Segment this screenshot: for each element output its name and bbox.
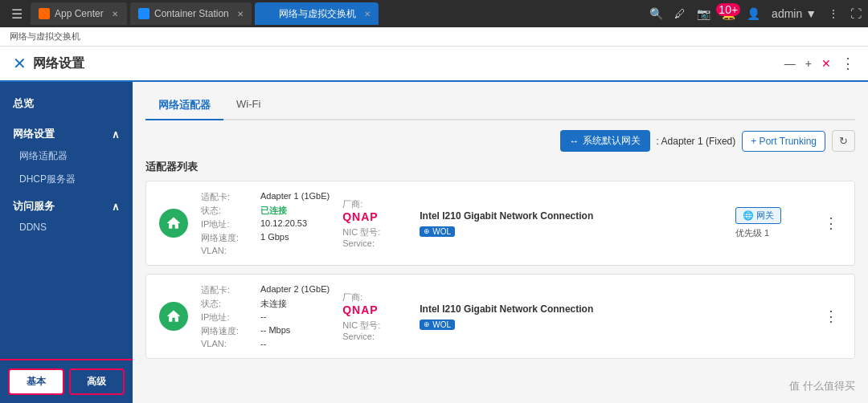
notification-badge: 10+	[716, 3, 740, 16]
sidebar-section-access[interactable]: 访问服务 ∧	[0, 191, 133, 217]
gateway-value-label: : Adapter 1 (Fixed)	[657, 136, 736, 147]
adapter-card-1: 适配卡: Adapter 1 (1GbE) 状态: 已连接 IP地址: 10.1…	[145, 181, 855, 266]
chevron-up-icon-2: ∧	[112, 201, 120, 213]
sidebar-item-ddns[interactable]: DDNS	[0, 217, 133, 238]
adapter-more-2[interactable]: ⋮	[821, 307, 841, 325]
minimize-icon[interactable]: —	[784, 57, 796, 70]
tab-networkvswitch-close[interactable]: ✕	[364, 10, 371, 18]
panel-tab-adapter[interactable]: 网络适配器	[145, 92, 223, 120]
wol-badge-1: ⊕ WOL	[420, 226, 455, 237]
adapter-icon-1	[159, 209, 188, 238]
adapter-icon-2	[159, 302, 188, 331]
tab-containerstation-close[interactable]: ✕	[237, 10, 244, 18]
adapter-list-title: 适配器列表	[145, 160, 855, 174]
search-icon[interactable]: 🔍	[649, 7, 663, 20]
more-icon[interactable]: ⋮	[828, 7, 839, 20]
network-icon-1: 🌐	[743, 210, 754, 221]
default-gateway-button[interactable]: ↔ 系统默认网关	[560, 130, 650, 152]
appcenter-icon	[39, 8, 50, 19]
breadcrumb: 网络与虚拟交换机	[0, 27, 868, 47]
basic-button[interactable]: 基本	[8, 368, 64, 395]
notification-wrapper: 🔔 10+	[722, 7, 735, 20]
adapter-info-1: 适配卡: Adapter 1 (1GbE) 状态: 已连接 IP地址: 10.1…	[201, 191, 330, 255]
window-title: 网络设置	[33, 55, 84, 72]
containerstation-icon	[138, 8, 149, 19]
sidebar-bottom: 基本 高级	[0, 359, 133, 403]
toolbar-row: ↔ 系统默认网关 : Adapter 1 (Fixed) + Port Trun…	[145, 130, 855, 152]
sidebar-section-network[interactable]: 网络设置 ∧	[0, 119, 133, 145]
panel-tab-bar: 网络适配器 Wi-Fi	[145, 92, 855, 120]
sidebar-item-dhcp[interactable]: DHCP服务器	[0, 168, 133, 191]
tab-networkvswitch[interactable]: 网络与虚拟交换机 ✕	[255, 2, 379, 25]
edit-icon[interactable]: 🖊	[674, 7, 686, 20]
tab-networkvswitch-label: 网络与虚拟交换机	[279, 7, 356, 21]
adapter-desc-2: Intel I210 Gigabit Network Connection ⊕ …	[420, 303, 723, 330]
sidebar-item-network-adapter[interactable]: 网络适配器	[0, 145, 133, 168]
sidebar-item-overview[interactable]: 总览	[0, 88, 133, 119]
breadcrumb-text: 网络与虚拟交换机	[10, 31, 80, 43]
network-settings-icon: ✕	[13, 54, 27, 73]
window-more-icon[interactable]: ⋮	[841, 55, 855, 72]
port-trunking-button[interactable]: + Port Trunking	[742, 131, 825, 152]
adapter-desc-1: Intel I210 Gigabit Network Connection ⊕ …	[420, 210, 723, 237]
fullscreen-icon[interactable]: ⛶	[850, 7, 862, 20]
content-area: 总览 网络设置 ∧ 网络适配器 DHCP服务器 访问服务 ∧ DDNS 基本 高…	[0, 82, 868, 403]
tab-containerstation-label: Container Station	[154, 8, 229, 19]
gateway-icon: ↔	[570, 136, 579, 147]
tab-appcenter-close[interactable]: ✕	[112, 10, 118, 18]
main-window: ✕ 网络设置 — + ✕ ⋮ 总览 网络设置 ∧ 网络适配器 DHCP服务器 访…	[0, 47, 868, 403]
admin-button[interactable]: admin ▼	[772, 7, 817, 20]
tab-appcenter[interactable]: App Center ✕	[31, 2, 127, 25]
refresh-icon: ↻	[839, 135, 848, 147]
titlebar-icons: 🔍 🖊 📷 🔔 10+ 👤 admin ▼ ⋮ ⛶	[649, 7, 862, 20]
camera-icon[interactable]: 📷	[697, 7, 710, 20]
refresh-button[interactable]: ↻	[832, 130, 855, 152]
adapter-vendor-1: 厂商: QNAP NIC 型号: Service:	[342, 198, 407, 248]
watermark: 值 什么值得买	[789, 379, 855, 393]
menu-icon[interactable]: ☰	[6, 3, 27, 25]
user-icon[interactable]: 👤	[747, 7, 760, 20]
tab-containerstation[interactable]: Container Station ✕	[130, 2, 252, 25]
wol-badge-2: ⊕ WOL	[420, 320, 455, 330]
window-titlebar: ✕ 网络设置 — + ✕ ⋮	[0, 47, 868, 82]
sidebar: 总览 网络设置 ∧ 网络适配器 DHCP服务器 访问服务 ∧ DDNS 基本 高…	[0, 82, 133, 403]
network-badge-1[interactable]: 🌐 网关	[735, 207, 781, 224]
panel-tab-wifi[interactable]: Wi-Fi	[223, 92, 273, 120]
main-panel: 网络适配器 Wi-Fi ↔ 系统默认网关 : Adapter 1 (Fixed)…	[133, 82, 868, 403]
maximize-icon[interactable]: +	[805, 57, 812, 70]
titlebar: ☰ App Center ✕ Container Station ✕ 网络与虚拟…	[0, 0, 868, 27]
priority-tag-1: 优先级 1	[735, 227, 769, 239]
adapter-info-2: 适配卡: Adapter 2 (1GbE) 状态: 未连接 IP地址: -- 网…	[201, 284, 330, 348]
advanced-button[interactable]: 高级	[69, 368, 125, 395]
adapter-vendor-2: 厂商: QNAP NIC 型号: Service:	[342, 291, 407, 341]
adapter-tags-1: 🌐 网关 优先级 1	[735, 207, 808, 239]
home-network-icon-2	[166, 308, 182, 324]
networkvswitch-icon	[263, 8, 274, 19]
adapter-more-1[interactable]: ⋮	[821, 214, 841, 232]
home-network-icon-1	[166, 215, 182, 231]
tab-appcenter-label: App Center	[55, 8, 104, 19]
chevron-up-icon: ∧	[112, 128, 120, 140]
close-window-icon[interactable]: ✕	[821, 57, 831, 70]
adapter-card-2: 适配卡: Adapter 2 (1GbE) 状态: 未连接 IP地址: -- 网…	[145, 274, 855, 359]
window-controls: — + ✕ ⋮	[784, 55, 855, 72]
